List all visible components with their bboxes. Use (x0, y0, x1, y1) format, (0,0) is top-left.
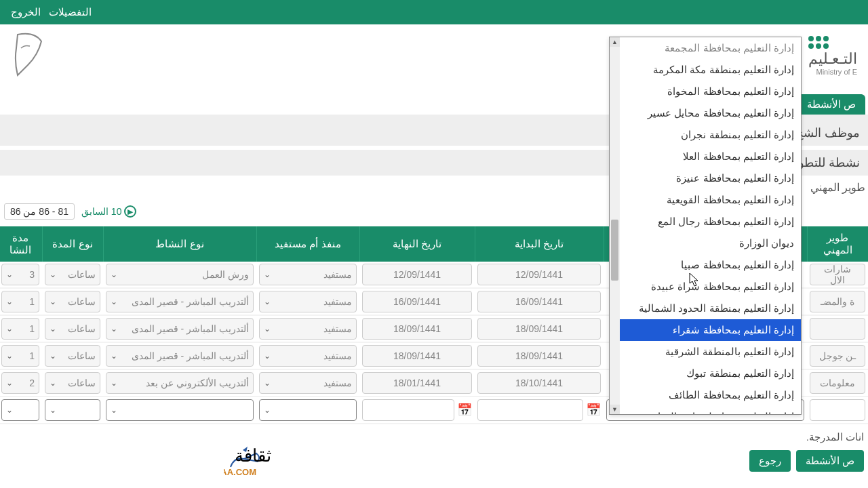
role-select[interactable]: مستفيد⌄ (259, 291, 357, 312)
dropdown-item[interactable]: إدارة التعليم بمحافظة شقراء (610, 319, 801, 341)
prefs-link[interactable]: التفضيلات (49, 6, 92, 18)
chevron-down-icon: ⌄ (6, 351, 13, 361)
dev-cell[interactable]: ة والمضـ (810, 291, 865, 312)
back-button[interactable]: رجوع (749, 450, 791, 472)
chevron-down-icon: ⌄ (111, 378, 117, 388)
top-nav: التفضيلات الخروج (0, 0, 868, 24)
duration-select[interactable]: 3⌄ (1, 264, 39, 285)
dropdown-item[interactable]: إدارة التعليم بمحافظة عنيزة (610, 167, 801, 189)
role-select[interactable]: ⌄ (259, 399, 357, 421)
end-date[interactable]: 18/01/1441 (362, 372, 472, 394)
calendar-icon[interactable]: 📅 (457, 403, 472, 418)
unit-select[interactable]: ⌄ (45, 399, 100, 421)
unit-select[interactable]: ساعات⌄ (45, 318, 100, 340)
duration-select[interactable]: 1⌄ (1, 291, 39, 312)
dropdown-item[interactable]: إدارة التعليم بمحافظة سراة عبيدة (610, 276, 801, 298)
dropdown-item[interactable]: إدارة التعليم بمحافظة رجال المع (610, 211, 801, 232)
col-start: تاريخ البداية (475, 226, 604, 262)
brand-sub: Ministry of E (808, 68, 857, 76)
unit-select[interactable]: ساعات⌄ (45, 345, 100, 367)
unit-select[interactable]: ساعات⌄ (45, 264, 100, 285)
type-select[interactable]: ألتدريب المباشر - قصير المدى⌄ (106, 318, 254, 340)
end-date-input[interactable] (362, 399, 454, 421)
dropdown-item[interactable]: إدارة التعليم بمنطقة مكة المكرمة (610, 59, 801, 81)
chevron-down-icon: ⌄ (50, 405, 56, 415)
dropdown-item[interactable]: إدارة التعليم بمنطقة نجران (610, 124, 801, 146)
type-select[interactable]: ورش العمل⌄ (106, 264, 254, 285)
end-date[interactable]: 16/09/1441 (362, 291, 472, 312)
start-date[interactable]: 18/09/1441 (477, 318, 601, 340)
chevron-down-icon: ⌄ (111, 270, 117, 279)
role-select[interactable]: مستفيد⌄ (259, 318, 357, 340)
duration-select[interactable]: 1⌄ (1, 318, 39, 340)
dropdown-item[interactable]: إدارة التعليم بمحافظة وادي الدواسر (610, 406, 801, 414)
faris-logo (11, 31, 45, 81)
svg-text:ثقافة: ثقافة (235, 445, 271, 466)
duration-select[interactable]: 2⌄ (1, 372, 39, 394)
dropdown-item[interactable]: إدارة التعليم بمحافظة الطائف (610, 384, 801, 406)
col-role: منفذ أم مستفيد (256, 226, 359, 262)
unit-select[interactable]: ساعات⌄ (45, 372, 100, 394)
chevron-down-icon: ⌄ (50, 297, 56, 306)
ministry-logo: التـعـليم Ministry of E (808, 36, 857, 76)
role-select[interactable]: مستفيد⌄ (259, 372, 357, 394)
calendar-icon[interactable]: 📅 (586, 403, 601, 418)
dev-cell[interactable]: شارات الال (810, 264, 865, 285)
scroll-down-icon[interactable]: ▼ (610, 405, 620, 414)
dev-cell[interactable]: ـن جوجل (810, 345, 865, 367)
chevron-right-icon: ▶ (124, 205, 136, 218)
col-end: تاريخ النهاية (359, 226, 475, 262)
logout-link[interactable]: الخروج (11, 6, 41, 18)
org-dropdown[interactable]: إدارة التعليم بمحافظة المجمعةإدارة التعل… (609, 37, 802, 415)
tab-activities[interactable]: ص الأنشطة (797, 94, 865, 115)
type-select[interactable]: ألتدريب المباشر - قصير المدى⌄ (106, 291, 254, 312)
chevron-down-icon: ⌄ (6, 324, 13, 333)
chevron-down-icon: ⌄ (111, 351, 117, 361)
scroll-thumb[interactable] (611, 220, 618, 281)
dropdown-scrollbar[interactable]: ▲ ▼ (610, 37, 620, 414)
dropdown-item[interactable]: إدارة التعليم بمحافظة محايل عسير (610, 102, 801, 124)
chevron-down-icon: ⌄ (264, 378, 271, 388)
dropdown-item[interactable]: إدارة التعليم بمنطقة تبوك (610, 363, 801, 384)
type-select[interactable]: ⌄ (106, 399, 254, 421)
pager-prev[interactable]: ▶10 السابق (81, 205, 136, 218)
action-buttons: ص الأنشطة رجوع (0, 447, 868, 474)
dev-cell[interactable] (810, 318, 865, 340)
save-button[interactable]: ص الأنشطة (796, 450, 864, 472)
start-date[interactable]: 16/09/1441 (477, 291, 601, 312)
duration-select[interactable]: 1⌄ (1, 345, 39, 367)
unit-select[interactable]: ساعات⌄ (45, 291, 100, 312)
type-select[interactable]: ألتدريب المباشر - قصير المدى⌄ (106, 345, 254, 367)
duration-select[interactable]: ⌄ (1, 399, 39, 421)
start-date[interactable]: 18/10/1441 (477, 372, 601, 394)
dropdown-item[interactable]: إدارة التعليم بمنطقة الحدود الشمالية (610, 298, 801, 319)
dropdown-item[interactable]: إدارة التعليم بمحافظة المجمعة (610, 37, 801, 59)
start-date[interactable]: 18/09/1441 (477, 345, 601, 367)
footer-note: انات المدرجة. (0, 424, 868, 447)
type-select[interactable]: ألتدريب الألكتروني عن بعد⌄ (106, 372, 254, 394)
role-select[interactable]: مستفيد⌄ (259, 345, 357, 367)
dropdown-item[interactable]: ديوان الوزارة (610, 232, 801, 254)
dropdown-item[interactable]: إدارة التعليم بمحافظة المخواة (610, 81, 801, 102)
col-type: نوع النشاط (103, 226, 256, 262)
dev-input[interactable] (810, 399, 865, 421)
chevron-down-icon: ⌄ (264, 351, 271, 361)
start-date[interactable]: 12/09/1441 (477, 264, 601, 285)
scroll-up-icon[interactable]: ▲ (610, 37, 620, 47)
end-date[interactable]: 18/09/1441 (362, 345, 472, 367)
dropdown-item[interactable]: إدارة التعليم بالمنطقة الشرقية (610, 341, 801, 363)
col-duration: مدة النشا (0, 226, 42, 262)
end-date[interactable]: 12/09/1441 (362, 264, 472, 285)
chevron-down-icon: ⌄ (264, 324, 271, 333)
role-select[interactable]: مستفيد⌄ (259, 264, 357, 285)
dropdown-item[interactable]: إدارة التعليم بمحافظة العلا (610, 146, 801, 167)
dropdown-item[interactable]: إدارة التعليم بمحافظة صبيا (610, 254, 801, 276)
chevron-down-icon: ⌄ (6, 270, 13, 279)
start-date-input[interactable] (477, 399, 583, 421)
svg-text:THAKAFAA.COM: THAKAFAA.COM (224, 467, 256, 477)
chevron-down-icon: ⌄ (6, 405, 13, 415)
chevron-down-icon: ⌄ (50, 324, 56, 333)
dev-cell[interactable]: معلومات (810, 372, 865, 394)
dropdown-item[interactable]: إدارة التعليم بمحافظة القويعية (610, 189, 801, 211)
end-date[interactable]: 18/09/1441 (362, 318, 472, 340)
